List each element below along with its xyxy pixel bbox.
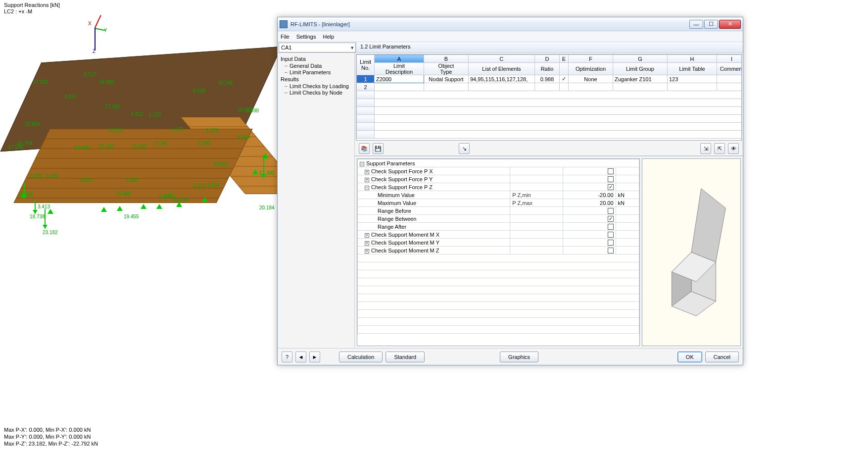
col-letter-i[interactable]: I — [717, 55, 742, 63]
reaction-value: 17.365 — [105, 104, 120, 109]
titlebar[interactable]: RF-LIMITS - [linienlager] — ☐ ✕ — [278, 17, 743, 31]
reaction-value: 2.134 — [154, 141, 167, 146]
reaction-value: 23.182 — [43, 230, 58, 235]
reaction-value: 18.738 — [30, 214, 45, 219]
reaction-value: 1.133 — [148, 112, 161, 117]
col-letter-e[interactable]: E — [560, 55, 569, 63]
col-letter-a[interactable]: A — [375, 55, 424, 63]
viewport-subtitle: LC2 : +x -M — [4, 8, 32, 14]
pick-icon[interactable]: ↘ — [459, 143, 470, 154]
standard-button[interactable]: Standard — [386, 352, 425, 362]
prev-icon[interactable]: ◄ — [295, 352, 306, 362]
ok-button[interactable]: OK — [677, 352, 702, 362]
menu-file[interactable]: File — [281, 34, 289, 40]
hdr-object-type[interactable]: ObjectType — [424, 63, 469, 75]
hdr-limit-desc[interactable]: LimitDescription — [375, 63, 424, 75]
maximize-button[interactable]: ☐ — [704, 20, 718, 29]
calculation-button[interactable]: Calculation — [339, 352, 383, 362]
reaction-value: 3.586 — [30, 173, 42, 179]
minimize-button[interactable]: — — [689, 20, 703, 29]
model-3d[interactable] — [15, 54, 272, 223]
col-limit-no[interactable]: LimitNo. — [357, 55, 375, 75]
library-icon[interactable]: 📚 — [359, 143, 370, 154]
axis-gizmo: X Y Z — [88, 23, 113, 52]
nav-group-input: Input Data — [281, 56, 353, 62]
cancel-button[interactable]: Cancel — [705, 352, 739, 362]
svg-marker-0 — [691, 189, 725, 262]
max-value[interactable]: 20.00 — [563, 199, 616, 207]
table-row[interactable]: 2 — [357, 83, 742, 91]
hdr-limit-table[interactable]: Limit Table — [668, 63, 717, 75]
help-icon[interactable]: ? — [282, 352, 292, 362]
reaction-value: 17.810 — [33, 79, 48, 85]
col-letter-b[interactable]: B — [424, 55, 469, 63]
checkbox-mx[interactable] — [608, 232, 614, 238]
menu-settings[interactable]: Settings — [296, 34, 316, 40]
nav-item-general[interactable]: General Data — [289, 63, 353, 69]
reaction-value: 14.518 — [108, 128, 123, 133]
parameters-grid[interactable]: LimitNo. A B C D E F G H I LimitDe — [356, 54, 742, 141]
grid-toolbar: 📚 💾 ↘ ⇲ ⇱ 👁 — [355, 142, 743, 155]
close-button[interactable]: ✕ — [719, 20, 741, 29]
reaction-value: 19.455 — [124, 214, 139, 219]
reaction-value: 15.624 — [25, 121, 40, 127]
reaction-value: 1.312 — [131, 111, 143, 117]
hdr-limit-group[interactable]: Limit Group — [613, 63, 668, 75]
property-grid[interactable]: −Support Parameters +Check Support Force… — [357, 158, 640, 346]
reaction-value: 1.318 — [193, 183, 205, 189]
col-letter-g[interactable]: G — [613, 55, 668, 63]
reaction-value: 5.589 — [46, 173, 58, 179]
panel-title: 1.2 Limit Parameters — [356, 42, 743, 52]
eye-icon[interactable]: 👁 — [728, 143, 739, 154]
import-icon[interactable]: ⇱ — [714, 143, 725, 154]
nav-group-results: Results — [281, 76, 353, 82]
graphics-button[interactable]: Graphics — [500, 352, 538, 362]
table-row[interactable]: 1 Z2000 Nodal Support 94,95,115,116,127,… — [357, 75, 742, 83]
checkbox-px[interactable] — [608, 168, 614, 174]
nav-item-limit-params[interactable]: Limit Parameters — [289, 69, 353, 75]
col-letter-f[interactable]: F — [569, 55, 613, 63]
checkbox-py[interactable] — [608, 176, 614, 182]
checkbox-range-between[interactable] — [608, 216, 614, 222]
reaction-value: 10.246 — [218, 80, 233, 86]
min-value[interactable]: -20.00 — [563, 191, 616, 199]
dialog-footer: ? ◄ ► Calculation Standard Graphics OK C… — [278, 348, 743, 365]
menu-help[interactable]: Help — [323, 34, 334, 40]
checkbox-range-after[interactable] — [608, 224, 614, 230]
hdr-e[interactable] — [560, 63, 569, 75]
hdr-optimization[interactable]: Optimization — [569, 63, 613, 75]
hdr-comment[interactable]: Comment — [717, 63, 742, 75]
menubar: File Settings Help — [278, 31, 743, 42]
col-letter-h[interactable]: H — [668, 55, 717, 63]
reaction-value: 3.357 — [64, 94, 77, 100]
col-letter-d[interactable]: D — [535, 55, 560, 63]
reaction-value: 10.991 — [213, 161, 228, 167]
preview-3d[interactable] — [642, 158, 741, 346]
reaction-value: 3.380 — [126, 177, 138, 183]
check-icon: ✓ — [560, 75, 569, 83]
reaction-value: 16.990 — [99, 79, 114, 85]
reaction-value: 11.933 — [99, 144, 114, 149]
status-py: Max P-Y': 0.000, Min P-Y': 0.000 kN — [4, 434, 91, 440]
reaction-value: 20.184 — [259, 205, 275, 210]
checkbox-mz[interactable] — [608, 248, 614, 253]
reaction-value: 0.109 — [193, 88, 205, 94]
checkbox-my[interactable] — [608, 240, 614, 246]
reaction-value: 15.764 — [17, 141, 33, 146]
col-letter-c[interactable]: C — [469, 55, 535, 63]
reaction-value: 0.517 — [84, 72, 96, 77]
app-icon — [280, 20, 288, 28]
next-icon[interactable]: ► — [309, 352, 320, 362]
nav-item-checks-loading[interactable]: Limit Checks by Loading — [289, 83, 353, 89]
checkbox-pz[interactable] — [608, 184, 614, 190]
nav-item-checks-node[interactable]: Limit Checks by Node — [289, 90, 353, 96]
save-icon[interactable]: 💾 — [373, 143, 384, 154]
checkbox-range-before[interactable] — [608, 208, 614, 214]
export-icon[interactable]: ⇲ — [700, 143, 711, 154]
status-px: Max P-X': 0.000, Min P-X': 0.000 kN — [4, 427, 91, 433]
hdr-list[interactable]: List of Elements — [469, 63, 535, 75]
reaction-value: 2.276 — [206, 128, 218, 133]
case-selector[interactable]: CA1 — [279, 43, 356, 52]
reaction-value: 14.998 — [74, 145, 90, 151]
hdr-ratio[interactable]: Ratio — [535, 63, 560, 75]
